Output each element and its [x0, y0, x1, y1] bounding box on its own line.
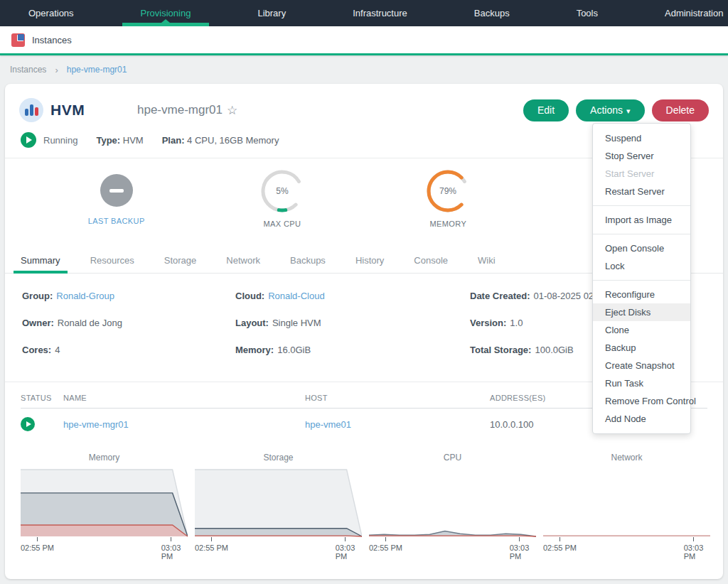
- nav-item-tools[interactable]: Tools: [564, 0, 611, 26]
- menu-item-eject-disks[interactable]: Eject Disks: [593, 303, 690, 321]
- menu-item-create-snapshot[interactable]: Create Snapshot: [593, 357, 690, 374]
- menu-item-restart-server[interactable]: Restart Server: [593, 183, 690, 200]
- menu-item-import-as-image[interactable]: Import as Image: [593, 211, 690, 229]
- menu-divider: [593, 234, 690, 234]
- card-header: HVM hpe-vme-mgr01 ☆ Edit Actions▾ Delete: [5, 84, 723, 126]
- storage-chart: Storage 02:55 PM03:03 PM: [195, 453, 362, 555]
- memory-gauge-arc: 79%: [425, 168, 471, 214]
- menu-item-lock[interactable]: Lock: [593, 257, 690, 275]
- menu-item-backup[interactable]: Backup: [593, 339, 690, 357]
- menu-item-stop-server[interactable]: Stop Server: [593, 147, 690, 165]
- nav-item-provisioning[interactable]: Provisioning: [128, 0, 204, 26]
- tab-summary[interactable]: Summary: [21, 247, 60, 273]
- actions-button[interactable]: Actions▾: [576, 99, 644, 121]
- caret-down-icon: ▾: [626, 107, 631, 115]
- menu-item-remove-from-control[interactable]: Remove From Control: [593, 392, 690, 410]
- delete-button[interactable]: Delete: [652, 99, 709, 121]
- nav-item-library[interactable]: Library: [245, 0, 299, 26]
- actions-dropdown-menu: Suspend Stop Server Start Server Restart…: [592, 123, 691, 434]
- group-link[interactable]: Ronald-Group: [56, 291, 114, 301]
- cloud-link[interactable]: Ronald-Cloud: [268, 291, 325, 301]
- tab-console[interactable]: Console: [414, 247, 448, 273]
- running-status-icon: [21, 132, 36, 148]
- menu-item-clone[interactable]: Clone: [593, 321, 690, 339]
- instances-icon: [11, 33, 25, 47]
- charts-row: Memory 02:55 PM03:03 PM Storage 02:55 PM…: [5, 441, 723, 555]
- edit-button[interactable]: Edit: [523, 99, 569, 121]
- menu-item-suspend[interactable]: Suspend: [593, 129, 690, 147]
- chevron-right-icon: ›: [55, 65, 58, 75]
- cpu-chart: CPU 02:55 PM03:03 PM: [369, 453, 536, 555]
- last-backup-label[interactable]: LAST BACKUP: [88, 217, 145, 225]
- top-navbar: Operations Provisioning Library Infrastr…: [0, 0, 728, 26]
- node-name-link[interactable]: hpe-vme-mgr01: [63, 419, 305, 430]
- hvm-logo-icon: [19, 98, 43, 122]
- detail-group: Group:Ronald-Group: [22, 291, 235, 301]
- gauges-row: LAST BACKUP 5% MAX CPU 79% MEMORY: [33, 168, 531, 228]
- memory-gauge-value: 79%: [439, 186, 456, 196]
- instance-type-label: HVM: [50, 102, 85, 119]
- menu-item-reconfigure[interactable]: Reconfigure: [593, 286, 690, 303]
- menu-item-run-task[interactable]: Run Task: [593, 374, 690, 392]
- menu-divider: [593, 280, 690, 281]
- cpu-gauge-arc: 5%: [259, 168, 305, 214]
- network-chart: Network 02:55 PM03:03 PM: [543, 453, 710, 555]
- tab-resources[interactable]: Resources: [90, 247, 134, 273]
- network-chart-plot: [543, 468, 710, 542]
- max-cpu-label: MAX CPU: [264, 220, 301, 228]
- tab-wiki[interactable]: Wiki: [478, 247, 496, 273]
- storage-chart-plot: [195, 468, 362, 542]
- nav-item-operations[interactable]: Operations: [16, 0, 87, 26]
- subnav-title[interactable]: Instances: [32, 35, 72, 45]
- max-cpu-gauge: 5% MAX CPU: [199, 168, 365, 228]
- node-running-icon: [21, 417, 35, 431]
- breadcrumb: Instances › hpe-vme-mgr01: [0, 55, 728, 84]
- nav-item-administration[interactable]: Administration: [652, 0, 728, 26]
- cpu-gauge-value: 5%: [276, 186, 289, 196]
- detail-layout: Layout:Single HVM: [235, 318, 470, 328]
- memory-chart-plot: [21, 468, 188, 542]
- tab-storage[interactable]: Storage: [164, 247, 197, 273]
- memory-label: MEMORY: [429, 220, 466, 228]
- status-text: Running: [43, 135, 77, 146]
- detail-owner: Owner:Ronald de Jong: [22, 318, 235, 328]
- node-host-link[interactable]: hpe-vme01: [305, 419, 490, 430]
- breadcrumb-current[interactable]: hpe-vme-mgr01: [67, 65, 127, 75]
- detail-cores: Cores:4: [22, 345, 235, 355]
- cpu-chart-plot: [369, 468, 536, 542]
- subnav-bar: Instances: [0, 26, 728, 55]
- instance-detail-card: HVM hpe-vme-mgr01 ☆ Edit Actions▾ Delete…: [5, 84, 723, 579]
- last-backup-gauge: LAST BACKUP: [33, 168, 199, 228]
- favorite-star-icon[interactable]: ☆: [227, 103, 237, 118]
- menu-item-open-console[interactable]: Open Console: [593, 239, 690, 257]
- tab-network[interactable]: Network: [226, 247, 260, 273]
- memory-gauge: 79% MEMORY: [365, 168, 531, 228]
- breadcrumb-root[interactable]: Instances: [10, 65, 46, 75]
- tab-backups[interactable]: Backups: [290, 247, 326, 273]
- type-field: Type: HVM: [96, 135, 143, 146]
- nav-item-infrastructure[interactable]: Infrastructure: [340, 0, 420, 26]
- instance-type-logo: HVM: [19, 98, 124, 122]
- tab-history[interactable]: History: [355, 247, 384, 273]
- page-title: hpe-vme-mgr01: [137, 103, 223, 117]
- menu-divider: [593, 205, 690, 206]
- active-nav-underline: [122, 23, 210, 26]
- nav-item-backups[interactable]: Backups: [461, 0, 523, 26]
- detail-cloud: Cloud:Ronald-Cloud: [235, 291, 470, 301]
- detail-memory: Memory:16.0GiB: [235, 345, 470, 355]
- memory-chart: Memory 02:55 PM03:03 PM: [21, 453, 188, 555]
- no-backup-icon: [100, 174, 133, 207]
- menu-item-add-node[interactable]: Add Node: [593, 410, 690, 428]
- plan-field: Plan: 4 CPU, 16GB Memory: [162, 135, 279, 146]
- menu-item-start-server: Start Server: [593, 165, 690, 183]
